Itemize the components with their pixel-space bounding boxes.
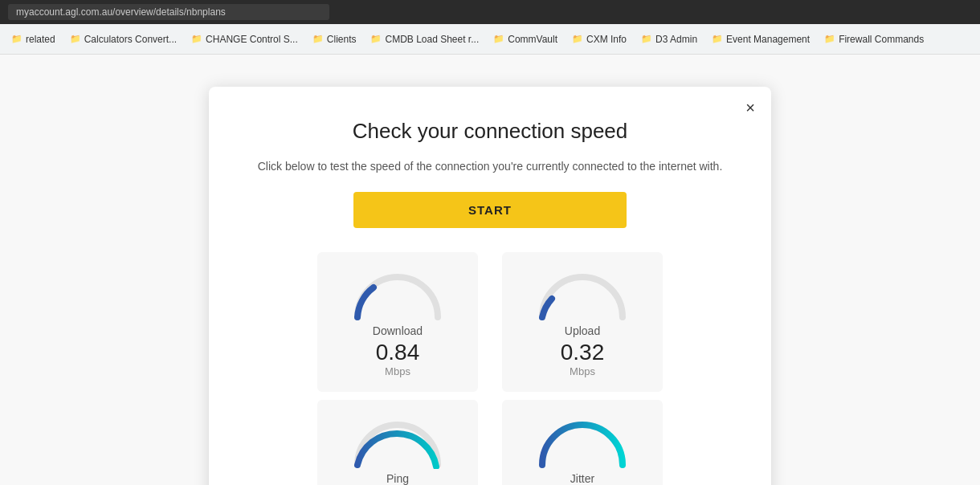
- bookmark-folder-icon: 📁: [191, 34, 202, 44]
- download-gauge: Download 0.84 Mbps: [317, 252, 478, 392]
- jitter-gauge: Jitter 372.55 ms: [502, 400, 663, 485]
- card-subtitle: Click below to test the speed of the con…: [241, 160, 739, 173]
- bookmark-label: related: [26, 34, 55, 45]
- bookmark-item[interactable]: 📁Firewall Commands: [818, 31, 930, 48]
- jitter-arc: [534, 413, 631, 469]
- bookmark-label: D3 Admin: [655, 34, 697, 45]
- bookmark-label: Event Management: [726, 34, 810, 45]
- bookmark-label: Calculators Convert...: [84, 34, 177, 45]
- browser-chrome: myaccount.agl.com.au/overview/details/nb…: [0, 0, 980, 24]
- bookmark-item[interactable]: 📁Clients: [306, 31, 363, 48]
- bookmark-item[interactable]: 📁Event Management: [705, 31, 816, 48]
- download-value: 0.84: [376, 340, 420, 365]
- bookmark-folder-icon: 📁: [11, 34, 22, 44]
- download-arc: [349, 265, 446, 321]
- gauges-row-1: Download 0.84 Mbps Upload 0.32 Mbps: [241, 252, 739, 392]
- speed-test-card: × Check your connection speed Click belo…: [209, 87, 771, 485]
- bookmark-label: CommVault: [508, 34, 557, 45]
- bookmark-label: CHANGE Control S...: [206, 34, 298, 45]
- bookmark-label: Clients: [327, 34, 357, 45]
- bookmark-folder-icon: 📁: [70, 34, 81, 44]
- card-title: Check your connection speed: [241, 119, 739, 144]
- bookmark-item[interactable]: 📁Calculators Convert...: [63, 31, 183, 48]
- bookmark-item[interactable]: 📁D3 Admin: [635, 31, 704, 48]
- bookmark-folder-icon: 📁: [370, 34, 382, 44]
- bookmark-label: CMDB Load Sheet r...: [385, 34, 479, 45]
- upload-arc: [534, 265, 631, 321]
- gauges-container: Download 0.84 Mbps Upload 0.32 Mbps: [241, 252, 739, 485]
- upload-label: Upload: [565, 324, 600, 337]
- upload-unit: Mbps: [570, 365, 595, 377]
- main-content: × Check your connection speed Click belo…: [0, 55, 980, 485]
- bookmark-folder-icon: 📁: [712, 34, 723, 44]
- ping-gauge: Ping 380.47 ms: [317, 400, 478, 485]
- bookmarks-bar: 📁related📁Calculators Convert...📁CHANGE C…: [0, 24, 980, 55]
- bookmark-folder-icon: 📁: [824, 34, 835, 44]
- bookmark-folder-icon: 📁: [641, 34, 652, 44]
- download-label: Download: [373, 324, 423, 337]
- ping-arc: [349, 413, 446, 469]
- bookmark-item[interactable]: 📁related: [5, 31, 62, 48]
- gauges-row-2: Ping 380.47 ms: [241, 400, 739, 485]
- jitter-label: Jitter: [570, 472, 594, 485]
- upload-gauge: Upload 0.32 Mbps: [502, 252, 663, 392]
- bookmark-folder-icon: 📁: [493, 34, 504, 44]
- bookmark-item[interactable]: 📁CommVault: [487, 31, 564, 48]
- bookmark-item[interactable]: 📁CHANGE Control S...: [185, 31, 304, 48]
- bookmark-item[interactable]: 📁CXM Info: [566, 31, 633, 48]
- bookmark-label: Firewall Commands: [839, 34, 924, 45]
- bookmark-folder-icon: 📁: [312, 34, 324, 44]
- bookmark-label: CXM Info: [586, 34, 627, 45]
- ping-label: Ping: [386, 472, 409, 485]
- upload-value: 0.32: [561, 340, 605, 365]
- download-unit: Mbps: [385, 365, 410, 377]
- start-button[interactable]: START: [353, 192, 627, 228]
- bookmark-folder-icon: 📁: [572, 34, 583, 44]
- bookmark-item[interactable]: 📁CMDB Load Sheet r...: [364, 31, 485, 48]
- address-bar[interactable]: myaccount.agl.com.au/overview/details/nb…: [8, 4, 329, 20]
- close-button[interactable]: ×: [745, 100, 755, 116]
